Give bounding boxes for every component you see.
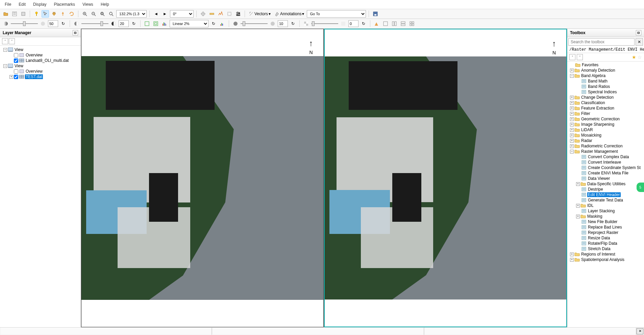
toolbox-label[interactable]: Geometric Correction: [580, 117, 620, 121]
toolbox-tree-item[interactable]: Destripe: [568, 187, 643, 192]
panel-pin-icon[interactable]: ⊟: [636, 30, 641, 35]
menu-file[interactable]: File: [1, 1, 15, 8]
toolbox-tree-item[interactable]: +IDL: [568, 203, 643, 208]
collapse-down-icon[interactable]: ˅: [577, 54, 583, 60]
toolbox-tree-item[interactable]: +Radar: [568, 138, 643, 143]
toolbox-label[interactable]: Mosaicking: [580, 133, 602, 138]
measure-icon[interactable]: [208, 10, 216, 18]
annotations-dropdown[interactable]: Annotations ▾: [273, 11, 305, 17]
toolbox-label[interactable]: Data Viewer: [587, 176, 611, 181]
reset-contrast-icon[interactable]: ↻: [130, 20, 138, 27]
tree-toggle-icon[interactable]: +: [570, 134, 574, 137]
tree-toggle-icon[interactable]: +: [576, 182, 580, 186]
data-manager-icon[interactable]: [11, 10, 18, 18]
layer-label[interactable]: Landsat8_OLI_multi.dat: [25, 58, 69, 63]
toolbox-tree-item[interactable]: +Mosaicking: [568, 133, 643, 138]
zoom-in-icon[interactable]: [81, 10, 89, 18]
toolbox-tree-item[interactable]: +Feature Extraction: [568, 105, 643, 111]
open-icon[interactable]: [2, 10, 9, 18]
toolbox-tree-item[interactable]: +Data-Specific Utilities: [568, 181, 643, 187]
collapse-up-icon[interactable]: ˄: [2, 38, 8, 44]
stretch-settings-icon[interactable]: [219, 20, 226, 27]
unfavorite-star-icon[interactable]: ☆: [638, 54, 642, 60]
reset-transparency-icon[interactable]: ↻: [360, 20, 367, 27]
toolbox-label[interactable]: Resize Data: [587, 236, 611, 240]
contrast-input[interactable]: [119, 20, 129, 27]
toolbox-tree-item[interactable]: +Geometric Correction: [568, 116, 643, 122]
collapse-down-icon[interactable]: ˅: [9, 38, 15, 44]
toolbox-label[interactable]: Classification: [580, 100, 606, 105]
menu-display[interactable]: Display: [30, 1, 50, 8]
favorite-star-icon[interactable]: ★: [632, 54, 636, 60]
tree-toggle-icon[interactable]: +: [570, 69, 574, 72]
layer-tree-item[interactable]: Overview: [1, 52, 79, 58]
toolbox-tree-item[interactable]: Layer Stacking: [568, 208, 643, 214]
toolbox-label[interactable]: Create ENVI Meta File: [587, 171, 629, 175]
toolbox-label[interactable]: IDL: [587, 203, 594, 208]
view-pane-2[interactable]: ↑N: [324, 29, 567, 327]
sharpen-icon[interactable]: [232, 20, 239, 27]
tree-toggle-icon[interactable]: +: [570, 123, 574, 126]
toolbox-tree-item[interactable]: +Masking: [568, 214, 643, 219]
sharpen-slider[interactable]: [241, 21, 268, 27]
zoom-extent-icon[interactable]: [99, 10, 106, 18]
toolbox-label[interactable]: Spectral Indices: [587, 90, 617, 94]
cursor-value-icon[interactable]: [33, 10, 40, 18]
layer-label[interactable]: View: [14, 47, 24, 52]
toolbox-label[interactable]: Raster Management: [580, 149, 619, 154]
toolbox-tree-item[interactable]: Favorites: [568, 62, 643, 68]
tree-toggle-icon[interactable]: −: [570, 150, 574, 153]
toolbox-label[interactable]: Convert Interleave: [587, 160, 622, 165]
tree-toggle-icon[interactable]: −: [3, 64, 7, 68]
region-icon[interactable]: [226, 10, 233, 18]
search-clear-icon[interactable]: ✕: [636, 38, 643, 46]
toolbox-tree-item[interactable]: +LiDAR: [568, 127, 643, 133]
transparency-icon[interactable]: [302, 20, 310, 27]
rotation-combo[interactable]: 0°: [170, 10, 194, 18]
toolbox-label[interactable]: Change Detection: [580, 95, 614, 100]
toolbox-label[interactable]: Anomaly Detection: [580, 68, 616, 73]
toolbox-label[interactable]: Stretch Data: [587, 246, 611, 251]
layer-label[interactable]: Overview: [25, 69, 43, 74]
tree-toggle-icon[interactable]: +: [570, 144, 574, 148]
layer-label[interactable]: TEST.dat: [25, 74, 43, 79]
refresh-stretch-icon[interactable]: ↻: [210, 20, 217, 27]
tree-toggle-icon[interactable]: −: [570, 74, 574, 78]
side-badge[interactable]: 5: [637, 183, 644, 192]
layer-checkbox[interactable]: [14, 75, 18, 79]
crosshair-icon[interactable]: [199, 10, 207, 18]
layer-tree-item[interactable]: Overview: [1, 69, 79, 74]
view-pane-1[interactable]: ↑N: [81, 29, 324, 327]
transparency-input[interactable]: [348, 20, 358, 27]
view-hsplit-icon[interactable]: [399, 20, 407, 27]
toolbox-label[interactable]: New File Builder: [587, 219, 618, 224]
tree-toggle-icon[interactable]: +: [570, 128, 574, 132]
toolbox-label[interactable]: Replace Bad Lines: [587, 225, 623, 230]
tree-toggle-icon[interactable]: +: [570, 96, 574, 99]
brightness-icon[interactable]: [2, 20, 9, 27]
zoom-out-icon[interactable]: [90, 10, 97, 18]
menu-views[interactable]: Views: [79, 1, 97, 8]
toolbox-tree-item[interactable]: Create Coordinate System St: [568, 165, 643, 170]
toolbox-label[interactable]: Destripe: [587, 187, 604, 192]
layer-tree-item[interactable]: −View: [1, 63, 79, 69]
toolbox-tree-item[interactable]: +Spatiotemporal Analysis: [568, 257, 643, 262]
layer-checkbox[interactable]: [14, 58, 18, 63]
toolbox-label[interactable]: Data-Specific Utilities: [587, 182, 626, 186]
toolbox-label[interactable]: Layer Stacking: [587, 209, 615, 213]
toolbox-tree-item[interactable]: +Classification: [568, 100, 643, 105]
layer-checkbox[interactable]: [14, 53, 18, 57]
brightness-input[interactable]: [48, 20, 58, 27]
menu-help[interactable]: Help: [97, 1, 113, 8]
toolbox-label[interactable]: Rotate/Flip Data: [587, 241, 618, 246]
layer-tree-item[interactable]: −View: [1, 47, 79, 52]
stretch-extent-icon[interactable]: [143, 20, 151, 27]
next-extent-icon[interactable]: ►: [161, 10, 169, 18]
tree-toggle-icon[interactable]: +: [570, 253, 574, 256]
previous-extent-icon[interactable]: ◄: [152, 10, 160, 18]
toolbox-label[interactable]: Band Ratios: [587, 84, 611, 89]
toolbox-tree-item[interactable]: +Anomaly Detection: [568, 68, 643, 73]
toolbox-tree-item[interactable]: +Regions of Interest: [568, 252, 643, 257]
spectral-icon[interactable]: [217, 10, 224, 18]
toolbox-label[interactable]: Image Sharpening: [580, 122, 615, 127]
